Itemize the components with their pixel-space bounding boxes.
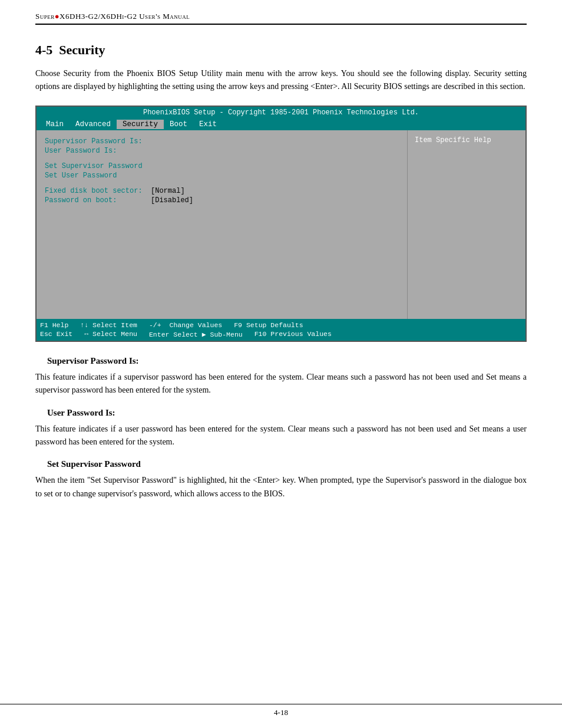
bios-right-panel: Item Specific Help [408,130,525,319]
bios-password-boot-label: Password on boot: [45,196,145,205]
page-footer: 4-18 [0,704,562,717]
subsection-title-set-supervisor-password: Set Supervisor Password [47,459,527,469]
bios-menu-advanced[interactable]: Advanced [70,120,117,129]
bios-f1-help: F1 Help [40,321,68,329]
bios-supervisor-password-is: Supervisor Password Is: [45,137,399,146]
page-header: Super●X6DH3-G2/X6DHi-G2 User's Manual [35,12,527,25]
bios-footer: F1 Help ↑↓ Select Item -/+ Change Values… [37,319,525,341]
bios-change-values: -/+ Change Values [149,321,222,329]
bios-f10-previous: F10 Previous Values [254,330,332,338]
bios-select-menu: ↔ Select Menu [84,330,137,338]
bios-enter-submenu: Enter Select ▶ Sub-Menu [149,330,243,338]
subsection-text-set-supervisor-password: When the item "Set Supervisor Password" … [35,474,527,500]
brand-super: Super [35,12,55,21]
bios-menu-boot[interactable]: Boot [164,120,193,129]
bios-esc-exit: Esc Exit [40,330,72,338]
subsection-title-supervisor-password: Supervisor Password Is: [47,356,527,366]
subsection-text-user-password: This feature indicates if a user passwor… [35,423,527,449]
bios-footer-row-1: F1 Help ↑↓ Select Item -/+ Change Values… [40,321,522,330]
subsection-title-user-password: User Password Is: [47,408,527,418]
bios-set-supervisor-password: Set Supervisor Password [45,162,399,170]
bios-right-panel-title: Item Specific Help [415,136,518,144]
bios-fixed-disk-value: [Normal] [151,187,185,195]
header-brand: Super●X6DH3-G2/X6DHi-G2 User's Manual [35,12,190,21]
bios-screenshot: PhoenixBIOS Setup - Copyright 1985-2001 … [35,106,527,342]
page-wrapper: Super●X6DH3-G2/X6DHi-G2 User's Manual 4-… [0,0,562,728]
bios-menu-main[interactable]: Main [40,120,70,129]
bios-spacer-1 [45,156,399,162]
bios-body: Supervisor Password Is: User Password Is… [37,130,525,319]
bios-menu-security[interactable]: Security [117,120,164,129]
bios-user-password-is: User Password Is: [45,147,399,155]
bios-footer-row-2: Esc Exit ↔ Select Menu Enter Select ▶ Su… [40,330,522,339]
bios-spacer-2 [45,181,399,187]
bios-menu-exit[interactable]: Exit [193,120,223,129]
bios-fixed-disk-row: Fixed disk boot sector: [Normal] [45,187,399,195]
intro-paragraph: Choose Security from the Phoenix BIOS Se… [35,67,527,94]
bios-left-panel: Supervisor Password Is: User Password Is… [37,130,408,319]
bios-set-user-password: Set User Password [45,172,399,180]
bios-fixed-disk-label: Fixed disk boot sector: [45,187,145,195]
brand-model: X6DH3-G2/X6DHi-G2 User's Manual [59,12,190,21]
page-number: 4-18 [274,708,288,717]
bios-titlebar: PhoenixBIOS Setup - Copyright 1985-2001 … [37,107,525,118]
section-title: 4-5 Security [35,42,527,58]
subsection-text-supervisor-password: This feature indicates if a supervisor p… [35,371,527,397]
bios-f9-defaults: F9 Setup Defaults [234,321,303,329]
bios-select-item: ↑↓ Select Item [80,321,137,329]
bios-password-boot-value: [Disabled] [151,196,193,205]
bios-menubar: Main Advanced Security Boot Exit [37,118,525,130]
brand-dot: ● [55,12,59,21]
bios-password-boot-row: Password on boot: [Disabled] [45,196,399,205]
